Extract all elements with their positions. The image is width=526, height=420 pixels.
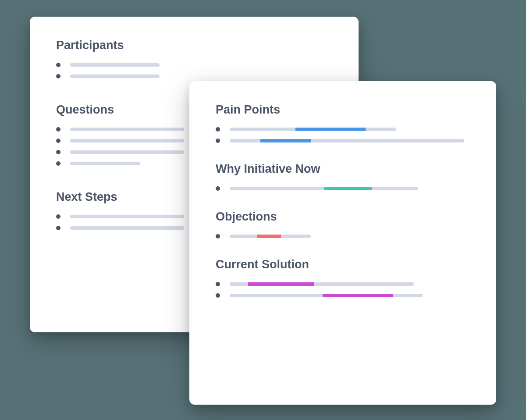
list-item bbox=[56, 63, 332, 67]
highlight-bar bbox=[230, 128, 396, 131]
highlight-segment bbox=[323, 294, 393, 297]
highlight-bar bbox=[230, 294, 423, 297]
placeholder-bar bbox=[70, 150, 184, 154]
placeholder-bar bbox=[70, 162, 140, 165]
list-item bbox=[216, 293, 470, 298]
bullet-icon bbox=[56, 226, 60, 230]
bullet-icon bbox=[216, 293, 220, 298]
placeholder-bar bbox=[70, 128, 184, 131]
bullet-icon bbox=[56, 63, 60, 67]
section-title: Why Initiative Now bbox=[216, 162, 470, 176]
highlight-bar bbox=[230, 235, 311, 238]
bullet-icon bbox=[216, 234, 220, 238]
bullet-icon bbox=[56, 127, 60, 132]
bullet-icon bbox=[56, 214, 60, 219]
section-why-initiative-now: Why Initiative Now bbox=[216, 162, 470, 191]
list-item bbox=[216, 127, 470, 132]
section-participants: Participants bbox=[56, 39, 332, 78]
bullet-icon bbox=[216, 139, 220, 143]
bullet-icon bbox=[56, 150, 60, 154]
bullet-icon bbox=[216, 282, 220, 286]
list-item bbox=[56, 74, 332, 78]
section-current-solution: Current Solution bbox=[216, 258, 470, 298]
highlight-segment bbox=[248, 282, 314, 286]
section-title: Participants bbox=[56, 39, 332, 52]
bullet-icon bbox=[56, 161, 60, 166]
placeholder-bar bbox=[70, 139, 184, 142]
section-objections: Objections bbox=[216, 210, 470, 238]
section-title: Current Solution bbox=[216, 258, 470, 271]
bullet-icon bbox=[56, 74, 60, 78]
placeholder-bar bbox=[70, 215, 184, 218]
highlight-bar bbox=[230, 187, 418, 190]
bullet-icon bbox=[216, 127, 220, 132]
highlight-segment bbox=[324, 187, 372, 190]
section-title: Objections bbox=[216, 210, 470, 224]
bullet-icon bbox=[56, 139, 60, 143]
placeholder-bar bbox=[70, 75, 160, 78]
list-item bbox=[216, 282, 470, 286]
highlight-segment bbox=[260, 139, 311, 142]
highlight-segment bbox=[257, 235, 281, 238]
list-item bbox=[216, 139, 470, 143]
highlight-segment bbox=[295, 128, 366, 131]
section-pain-points: Pain Points bbox=[216, 103, 470, 143]
section-title: Pain Points bbox=[216, 103, 470, 117]
list-item bbox=[216, 186, 470, 191]
highlight-bar bbox=[230, 139, 464, 142]
insights-card-front: Pain Points Why Initiative Now Objection… bbox=[189, 81, 496, 405]
placeholder-bar bbox=[70, 226, 184, 230]
bullet-icon bbox=[216, 186, 220, 191]
placeholder-bar bbox=[70, 63, 160, 67]
list-item bbox=[216, 234, 470, 238]
highlight-bar bbox=[230, 282, 414, 286]
